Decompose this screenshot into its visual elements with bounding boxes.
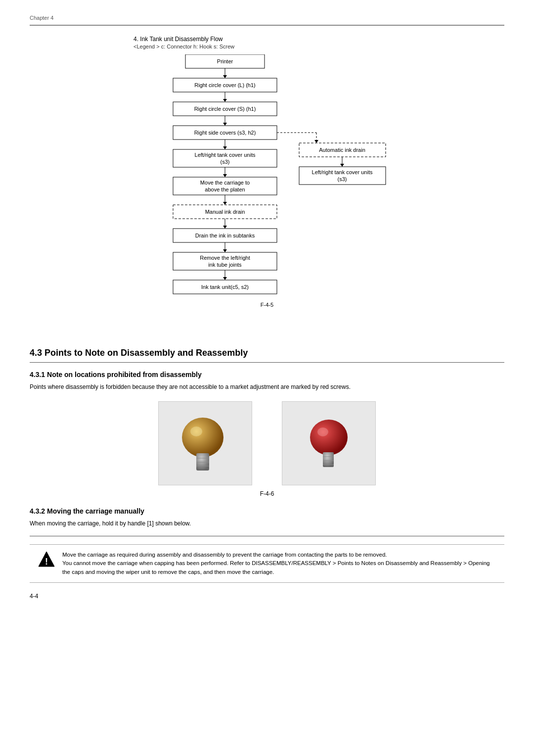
svg-text:F-4-5: F-4-5 (261, 302, 273, 308)
top-rule (30, 25, 504, 26)
subsection-432-heading: 4.3.2 Moving the carriage manually (30, 507, 504, 515)
svg-marker-16 (314, 140, 318, 143)
warning-triangle-svg: ! (38, 551, 55, 568)
subsection-432-rule (30, 536, 504, 536)
svg-text:above the platen: above the platen (205, 187, 245, 192)
flowchart-title: 4. Ink Tank unit Disassembly Flow (134, 36, 405, 43)
svg-marker-11 (223, 123, 227, 126)
svg-marker-30 (223, 174, 227, 177)
svg-text:Remove the left/right: Remove the left/right (200, 255, 250, 261)
svg-text:Automatic ink drain: Automatic ink drain (319, 147, 365, 153)
svg-point-59 (317, 427, 328, 436)
section-43-heading: 4.3 Points to Note on Disassembly and Re… (30, 348, 504, 358)
screw-svg-2 (294, 409, 363, 478)
section-43: 4.3 Points to Note on Disassembly and Re… (30, 348, 504, 583)
section-43-rule (30, 362, 504, 363)
svg-text:Ink tank unit(c5, s2): Ink tank unit(c5, s2) (201, 284, 249, 290)
svg-text:Left/right tank cover units: Left/right tank cover units (312, 169, 373, 175)
subsection-432-body: When moving the carriage, hold it by han… (30, 519, 504, 528)
warning-text: Move the carriage as required during ass… (62, 551, 496, 576)
warning-box: ! Move the carriage as required during a… (30, 544, 504, 583)
svg-text:Drain the ink in subtanks: Drain the ink in subtanks (195, 233, 255, 238)
chapter-label: Chapter 4 (30, 15, 504, 21)
screw-image-1 (158, 401, 252, 485)
svg-text:Move the carriage to: Move the carriage to (200, 180, 250, 186)
flowchart-svg: Printer Right circle cover (L) (h1) Righ… (129, 54, 405, 331)
svg-text:(s3): (s3) (338, 176, 347, 182)
svg-text:Left/right tank cover units: Left/right tank cover units (195, 152, 256, 158)
screw-svg-1 (171, 409, 240, 478)
svg-point-53 (190, 426, 202, 436)
fig-label-2: F-4-6 (30, 490, 504, 497)
subsection-431-heading: 4.3.1 Note on locations prohibited from … (30, 371, 504, 378)
svg-text:Right circle cover (L) (h1): Right circle cover (L) (h1) (194, 82, 255, 88)
svg-point-58 (310, 420, 348, 455)
svg-point-52 (182, 418, 223, 457)
warning-line-1: Move the carriage as required during ass… (62, 551, 496, 559)
svg-marker-39 (223, 226, 227, 229)
svg-text:Right side covers (s3, h2): Right side covers (s3, h2) (194, 130, 256, 136)
svg-text:!: ! (45, 557, 48, 567)
svg-marker-3 (223, 75, 227, 78)
svg-text:Manual ink drain: Manual ink drain (205, 209, 245, 215)
svg-marker-48 (223, 277, 227, 280)
svg-marker-7 (223, 99, 227, 102)
svg-marker-25 (223, 146, 227, 149)
svg-text:ink tube joints: ink tube joints (208, 262, 242, 268)
warning-line-2: You cannot move the carriage when cappin… (62, 559, 496, 576)
svg-marker-43 (223, 249, 227, 252)
svg-text:Printer: Printer (217, 58, 233, 64)
flowchart-legend: <Legend > c: Connector h: Hook s: Screw (134, 44, 405, 49)
subsection-431-body: Points where disassembly is forbidden be… (30, 382, 504, 391)
flowchart-section: 4. Ink Tank unit Disassembly Flow <Legen… (30, 36, 504, 333)
screw-images (30, 401, 504, 485)
page-number: 4-4 (30, 593, 504, 600)
warning-icon: ! (38, 551, 55, 571)
svg-marker-35 (223, 202, 227, 205)
svg-marker-20 (340, 164, 344, 167)
svg-text:(s3): (s3) (221, 159, 230, 165)
screw-image-2 (282, 401, 376, 485)
svg-text:Right circle cover (S) (h1): Right circle cover (S) (h1) (194, 106, 256, 112)
